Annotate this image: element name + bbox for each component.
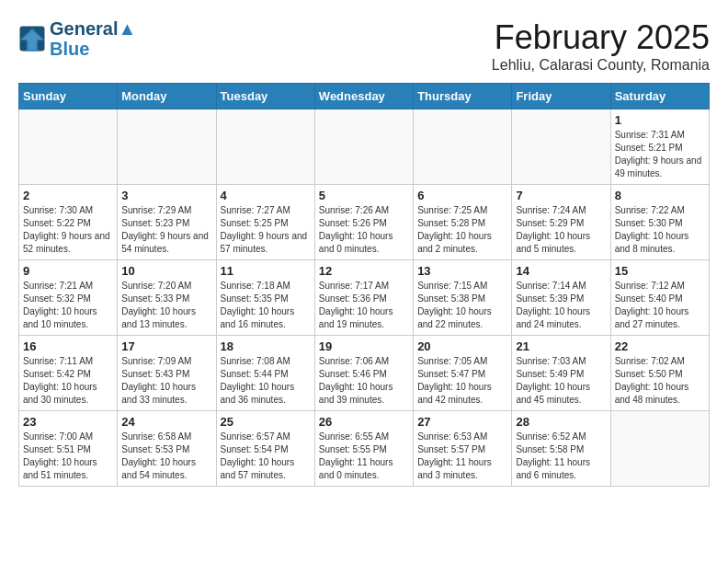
calendar-day-cell: [118, 109, 216, 185]
day-number: 20: [417, 339, 507, 353]
calendar-day-cell: 26Sunrise: 6:55 AM Sunset: 5:55 PM Dayli…: [314, 411, 413, 487]
day-number: 1: [615, 113, 705, 127]
calendar-week-row: 9Sunrise: 7:21 AM Sunset: 5:32 PM Daylig…: [19, 260, 710, 336]
calendar-day-cell: 7Sunrise: 7:24 AM Sunset: 5:29 PM Daylig…: [512, 185, 610, 260]
day-detail: Sunrise: 7:30 AM Sunset: 5:22 PM Dayligh…: [23, 204, 113, 256]
day-number: 23: [23, 415, 113, 429]
day-detail: Sunrise: 7:27 AM Sunset: 5:25 PM Dayligh…: [221, 204, 311, 256]
calendar-week-row: 1Sunrise: 7:31 AM Sunset: 5:21 PM Daylig…: [19, 109, 710, 185]
calendar-day-cell: [610, 411, 709, 487]
calendar-week-row: 16Sunrise: 7:11 AM Sunset: 5:42 PM Dayli…: [19, 336, 710, 411]
calendar-day-cell: 21Sunrise: 7:03 AM Sunset: 5:49 PM Dayli…: [512, 336, 610, 411]
day-detail: Sunrise: 7:14 AM Sunset: 5:39 PM Dayligh…: [516, 280, 606, 331]
calendar-day-cell: 23Sunrise: 7:00 AM Sunset: 5:51 PM Dayli…: [19, 411, 118, 487]
day-number: 27: [417, 415, 507, 429]
calendar-day-cell: 10Sunrise: 7:20 AM Sunset: 5:33 PM Dayli…: [118, 260, 216, 336]
month-title: February 2025: [492, 18, 710, 57]
calendar-day-cell: 6Sunrise: 7:25 AM Sunset: 5:28 PM Daylig…: [414, 185, 512, 260]
day-detail: Sunrise: 6:57 AM Sunset: 5:54 PM Dayligh…: [221, 431, 311, 482]
page-header: General▲ Blue February 2025 Lehliu, Cala…: [18, 18, 710, 74]
calendar-day-cell: 20Sunrise: 7:05 AM Sunset: 5:47 PM Dayli…: [414, 336, 512, 411]
calendar-day-cell: 15Sunrise: 7:12 AM Sunset: 5:40 PM Dayli…: [610, 260, 709, 336]
title-area: February 2025 Lehliu, Calarasi County, R…: [492, 18, 710, 74]
day-number: 10: [121, 264, 211, 278]
calendar-day-cell: 24Sunrise: 6:58 AM Sunset: 5:53 PM Dayli…: [118, 411, 216, 487]
calendar-day-cell: 28Sunrise: 6:52 AM Sunset: 5:58 PM Dayli…: [512, 411, 610, 487]
day-detail: Sunrise: 7:00 AM Sunset: 5:51 PM Dayligh…: [23, 431, 113, 482]
calendar-day-cell: 13Sunrise: 7:15 AM Sunset: 5:38 PM Dayli…: [414, 260, 512, 336]
calendar-table: SundayMondayTuesdayWednesdayThursdayFrid…: [18, 83, 710, 487]
day-number: 19: [319, 339, 409, 353]
calendar-day-cell: 27Sunrise: 6:53 AM Sunset: 5:57 PM Dayli…: [414, 411, 512, 487]
day-number: 24: [121, 415, 211, 429]
day-detail: Sunrise: 7:05 AM Sunset: 5:47 PM Dayligh…: [417, 355, 507, 407]
location-title: Lehliu, Calarasi County, Romania: [492, 57, 710, 74]
day-detail: Sunrise: 7:26 AM Sunset: 5:26 PM Dayligh…: [319, 204, 409, 256]
day-number: 6: [417, 189, 507, 202]
day-detail: Sunrise: 7:03 AM Sunset: 5:49 PM Dayligh…: [516, 355, 606, 407]
day-detail: Sunrise: 6:52 AM Sunset: 5:58 PM Dayligh…: [516, 431, 606, 482]
day-detail: Sunrise: 7:20 AM Sunset: 5:33 PM Dayligh…: [121, 280, 211, 331]
day-number: 25: [221, 415, 311, 429]
day-detail: Sunrise: 7:09 AM Sunset: 5:43 PM Dayligh…: [121, 355, 211, 407]
weekday-header: Sunday: [19, 84, 118, 109]
calendar-day-cell: 18Sunrise: 7:08 AM Sunset: 5:44 PM Dayli…: [216, 336, 314, 411]
weekday-header: Monday: [118, 84, 216, 109]
weekday-header-row: SundayMondayTuesdayWednesdayThursdayFrid…: [19, 84, 710, 109]
calendar-day-cell: 17Sunrise: 7:09 AM Sunset: 5:43 PM Dayli…: [118, 336, 216, 411]
day-detail: Sunrise: 7:15 AM Sunset: 5:38 PM Dayligh…: [417, 280, 507, 331]
logo: General▲ Blue: [18, 18, 136, 59]
calendar-day-cell: [314, 109, 413, 185]
day-number: 9: [23, 264, 113, 278]
calendar-day-cell: 25Sunrise: 6:57 AM Sunset: 5:54 PM Dayli…: [216, 411, 314, 487]
weekday-header: Tuesday: [216, 84, 314, 109]
day-detail: Sunrise: 7:02 AM Sunset: 5:50 PM Dayligh…: [615, 355, 705, 407]
calendar-day-cell: 14Sunrise: 7:14 AM Sunset: 5:39 PM Dayli…: [512, 260, 610, 336]
day-detail: Sunrise: 6:58 AM Sunset: 5:53 PM Dayligh…: [121, 431, 211, 482]
calendar-day-cell: 11Sunrise: 7:18 AM Sunset: 5:35 PM Dayli…: [216, 260, 314, 336]
day-number: 3: [121, 189, 211, 202]
day-detail: Sunrise: 7:25 AM Sunset: 5:28 PM Dayligh…: [417, 204, 507, 256]
calendar-day-cell: 12Sunrise: 7:17 AM Sunset: 5:36 PM Dayli…: [314, 260, 413, 336]
day-number: 11: [221, 264, 311, 278]
day-number: 4: [221, 189, 311, 202]
day-number: 2: [23, 189, 113, 202]
calendar-day-cell: 4Sunrise: 7:27 AM Sunset: 5:25 PM Daylig…: [216, 185, 314, 260]
day-number: 8: [615, 189, 705, 202]
weekday-header: Saturday: [610, 84, 709, 109]
calendar-day-cell: [216, 109, 314, 185]
day-number: 18: [221, 339, 311, 353]
calendar-day-cell: 22Sunrise: 7:02 AM Sunset: 5:50 PM Dayli…: [610, 336, 709, 411]
calendar-day-cell: [414, 109, 512, 185]
day-number: 17: [121, 339, 211, 353]
day-detail: Sunrise: 7:06 AM Sunset: 5:46 PM Dayligh…: [319, 355, 409, 407]
day-detail: Sunrise: 6:53 AM Sunset: 5:57 PM Dayligh…: [417, 431, 507, 482]
day-number: 12: [319, 264, 409, 278]
day-detail: Sunrise: 7:24 AM Sunset: 5:29 PM Dayligh…: [516, 204, 606, 256]
calendar-week-row: 2Sunrise: 7:30 AM Sunset: 5:22 PM Daylig…: [19, 185, 710, 260]
day-number: 28: [516, 415, 606, 429]
day-number: 14: [516, 264, 606, 278]
day-number: 21: [516, 339, 606, 353]
logo-icon: [18, 25, 46, 52]
day-number: 22: [615, 339, 705, 353]
calendar-day-cell: 5Sunrise: 7:26 AM Sunset: 5:26 PM Daylig…: [314, 185, 413, 260]
day-detail: Sunrise: 7:18 AM Sunset: 5:35 PM Dayligh…: [221, 280, 311, 331]
calendar-day-cell: 16Sunrise: 7:11 AM Sunset: 5:42 PM Dayli…: [19, 336, 118, 411]
calendar-day-cell: 2Sunrise: 7:30 AM Sunset: 5:22 PM Daylig…: [19, 185, 118, 260]
weekday-header: Wednesday: [314, 84, 413, 109]
logo-text: General▲ Blue: [50, 18, 136, 59]
calendar-day-cell: [512, 109, 610, 185]
day-detail: Sunrise: 7:11 AM Sunset: 5:42 PM Dayligh…: [23, 355, 113, 407]
day-number: 13: [417, 264, 507, 278]
calendar-week-row: 23Sunrise: 7:00 AM Sunset: 5:51 PM Dayli…: [19, 411, 710, 487]
calendar-day-cell: [19, 109, 118, 185]
day-detail: Sunrise: 7:21 AM Sunset: 5:32 PM Dayligh…: [23, 280, 113, 331]
day-detail: Sunrise: 7:31 AM Sunset: 5:21 PM Dayligh…: [615, 129, 705, 180]
day-number: 26: [319, 415, 409, 429]
day-number: 16: [23, 339, 113, 353]
calendar-day-cell: 8Sunrise: 7:22 AM Sunset: 5:30 PM Daylig…: [610, 185, 709, 260]
weekday-header: Friday: [512, 84, 610, 109]
calendar-day-cell: 1Sunrise: 7:31 AM Sunset: 5:21 PM Daylig…: [610, 109, 709, 185]
day-detail: Sunrise: 7:17 AM Sunset: 5:36 PM Dayligh…: [319, 280, 409, 331]
